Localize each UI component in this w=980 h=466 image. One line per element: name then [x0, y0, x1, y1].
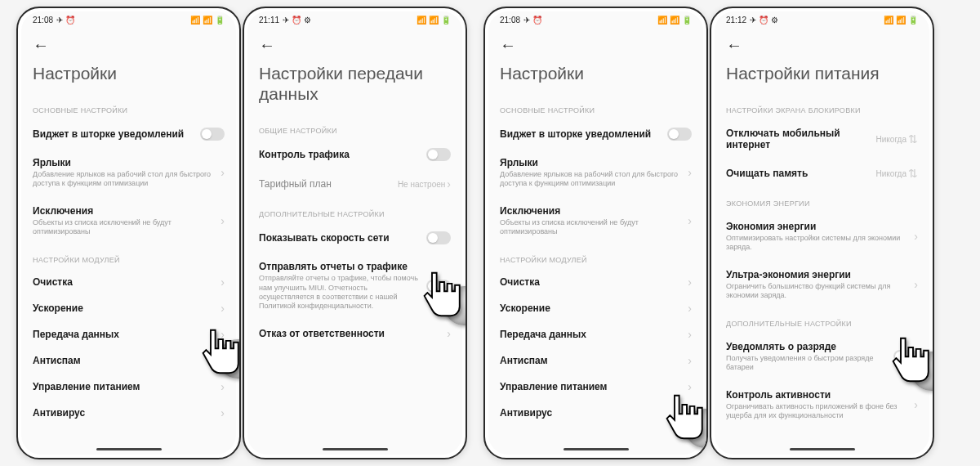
chevron-right-icon: › — [447, 177, 451, 190]
section-header: ОСНОВНЫЕ НАСТРОЙКИ — [488, 95, 703, 119]
updown-icon: ⇅ — [908, 167, 918, 180]
phone-4: 21:12 ✈ ⏰ ⚙ 📶 📶 🔋 ← Настройки питания НА… — [710, 7, 934, 459]
back-icon[interactable]: ← — [726, 36, 742, 54]
chevron-right-icon: › — [914, 398, 918, 411]
toggle-icon[interactable] — [667, 128, 692, 141]
row-exclusions[interactable]: Исключения Объекты из списка исключений … — [488, 197, 703, 245]
section-header: ОБЩИЕ НАСТРОЙКИ — [247, 115, 462, 140]
status-left-icons: ✈ ⏰ ⚙ — [750, 16, 778, 25]
row-power-management[interactable]: Управление питанием› — [488, 374, 703, 400]
toggle-icon[interactable] — [426, 148, 451, 161]
row-traffic-control[interactable]: Контроль трафика — [247, 140, 462, 169]
chevron-right-icon: › — [688, 380, 692, 393]
row-data-transfer[interactable]: Передача данных› — [21, 321, 236, 347]
row-activity-control[interactable]: Контроль активности Ограничивать активно… — [715, 381, 929, 429]
chevron-right-icon: › — [220, 276, 225, 289]
status-time: 21:12 — [726, 16, 746, 25]
section-header: ДОПОЛНИТЕЛЬНЫЕ НАСТРОЙКИ — [715, 308, 929, 333]
updown-icon: ⇅ — [908, 132, 918, 146]
row-antivirus[interactable]: Антивирус› — [21, 400, 236, 426]
row-data-transfer[interactable]: Передача данных› — [488, 321, 703, 347]
row-shortcuts[interactable]: Ярлыки Добавление ярлыков на рабочий сто… — [488, 149, 703, 197]
row-show-net-speed[interactable]: Показывать скорость сети — [247, 223, 462, 253]
row-cleanup[interactable]: Очистка› — [488, 269, 703, 295]
row-ultra-energy-saving[interactable]: Ультра-экономия энергии Ограничить больш… — [715, 261, 929, 309]
statusbar: 21:11 ✈ ⏰ ⚙ 📶 📶 🔋 — [247, 11, 462, 28]
status-time: 21:08 — [33, 16, 53, 25]
home-indicator[interactable] — [323, 448, 388, 450]
chevron-right-icon: › — [220, 354, 225, 367]
statusbar: 21:08 ✈ ⏰ 📶 📶 🔋 — [488, 11, 703, 28]
status-left-icons: ✈ ⏰ — [56, 16, 75, 25]
row-discharge-notify[interactable]: Уведомлять о разряде Получать уведомлени… — [715, 333, 929, 381]
chevron-right-icon: › — [688, 354, 692, 367]
page-title: Настройки — [488, 55, 703, 95]
chevron-right-icon: › — [688, 328, 692, 341]
row-widget-notification[interactable]: Виджет в шторке уведомлений — [21, 119, 236, 149]
chevron-right-icon: › — [220, 406, 225, 419]
statusbar: 21:08 ✈ ⏰ 📶 📶 🔋 — [21, 11, 236, 28]
chevron-right-icon: › — [220, 380, 225, 393]
chevron-right-icon: › — [688, 214, 692, 227]
row-widget-notification[interactable]: Виджет в шторке уведомлений — [488, 119, 703, 149]
chevron-right-icon: › — [220, 214, 225, 227]
toggle-icon[interactable] — [893, 350, 918, 363]
row-disclaimer[interactable]: Отказ от ответственности › — [247, 319, 462, 348]
row-disable-mobile-internet[interactable]: Отключать мобильный интернет Никогда⇅ — [715, 119, 929, 159]
phone-3: 21:08 ✈ ⏰ 📶 📶 🔋 ← Настройки ОСНОВНЫЕ НАС… — [483, 7, 708, 459]
chevron-right-icon: › — [688, 302, 692, 315]
page-title: Настройки передачи данных — [247, 55, 462, 115]
chevron-right-icon: › — [914, 230, 918, 243]
chevron-right-icon: › — [688, 406, 692, 419]
chevron-right-icon: › — [220, 302, 225, 315]
status-left-icons: ✈ ⏰ — [523, 16, 542, 25]
section-header: НАСТРОЙКИ МОДУЛЕЙ — [488, 244, 703, 269]
home-indicator[interactable] — [790, 448, 855, 450]
row-antispam[interactable]: Антиспам› — [488, 347, 703, 374]
back-icon[interactable]: ← — [33, 36, 49, 54]
status-time: 21:08 — [500, 16, 520, 25]
home-indicator[interactable] — [96, 448, 162, 450]
status-right-icons: 📶 📶 🔋 — [416, 16, 451, 25]
section-header: НАСТРОЙКИ МОДУЛЕЙ — [21, 244, 236, 269]
phone-1: 21:08 ✈ ⏰ 📶 📶 🔋 ← Настройки ОСНОВНЫЕ НАС… — [16, 7, 241, 459]
row-power-management[interactable]: Управление питанием› — [21, 374, 236, 400]
row-boost[interactable]: Ускорение› — [21, 295, 236, 321]
row-exclusions[interactable]: Исключения Объекты из списка исключений … — [21, 197, 236, 245]
phone-2: 21:11 ✈ ⏰ ⚙ 📶 📶 🔋 ← Настройки передачи д… — [243, 7, 467, 459]
chevron-right-icon: › — [688, 166, 692, 179]
status-right-icons: 📶 📶 🔋 — [190, 16, 225, 25]
row-tariff-plan[interactable]: Тарифный план Не настроен› — [247, 169, 462, 199]
row-traffic-reports[interactable]: Отправлять отчеты о трафике Отправляйте … — [247, 253, 462, 319]
toggle-icon[interactable] — [426, 280, 451, 293]
section-header: НАСТРОЙКИ ЭКРАНА БЛОКИРОВКИ — [715, 95, 929, 119]
section-header: ОСНОВНЫЕ НАСТРОЙКИ — [21, 95, 236, 119]
page-title: Настройки — [21, 55, 236, 95]
section-header: ЭКОНОМИЯ ЭНЕРГИИ — [715, 188, 929, 213]
row-cleanup[interactable]: Очистка› — [21, 269, 236, 295]
row-antivirus[interactable]: Антивирус› — [488, 400, 703, 426]
row-energy-saving[interactable]: Экономия энергии Оптимизировать настройк… — [715, 213, 929, 261]
chevron-right-icon: › — [220, 166, 225, 179]
status-time: 21:11 — [259, 16, 279, 25]
row-antispam[interactable]: Антиспам› — [21, 347, 236, 374]
status-right-icons: 📶 📶 🔋 — [884, 16, 918, 25]
home-indicator[interactable] — [564, 448, 629, 450]
row-shortcuts[interactable]: Ярлыки Добавление ярлыков на рабочий сто… — [21, 149, 236, 197]
row-boost[interactable]: Ускорение› — [488, 295, 703, 321]
chevron-right-icon: › — [220, 328, 225, 341]
toggle-icon[interactable] — [426, 231, 451, 244]
page-title: Настройки питания — [715, 55, 929, 95]
status-left-icons: ✈ ⏰ ⚙ — [283, 16, 311, 25]
section-header: ДОПОЛНИТЕЛЬНЫЕ НАСТРОЙКИ — [247, 199, 462, 223]
chevron-right-icon: › — [447, 327, 451, 340]
row-clear-memory[interactable]: Очищать память Никогда⇅ — [715, 159, 929, 188]
statusbar: 21:12 ✈ ⏰ ⚙ 📶 📶 🔋 — [715, 11, 929, 28]
back-icon[interactable]: ← — [259, 36, 275, 54]
back-icon[interactable]: ← — [500, 36, 516, 54]
chevron-right-icon: › — [688, 276, 692, 289]
chevron-right-icon: › — [914, 278, 918, 291]
toggle-icon[interactable] — [200, 128, 225, 141]
status-right-icons: 📶 📶 🔋 — [657, 16, 692, 25]
